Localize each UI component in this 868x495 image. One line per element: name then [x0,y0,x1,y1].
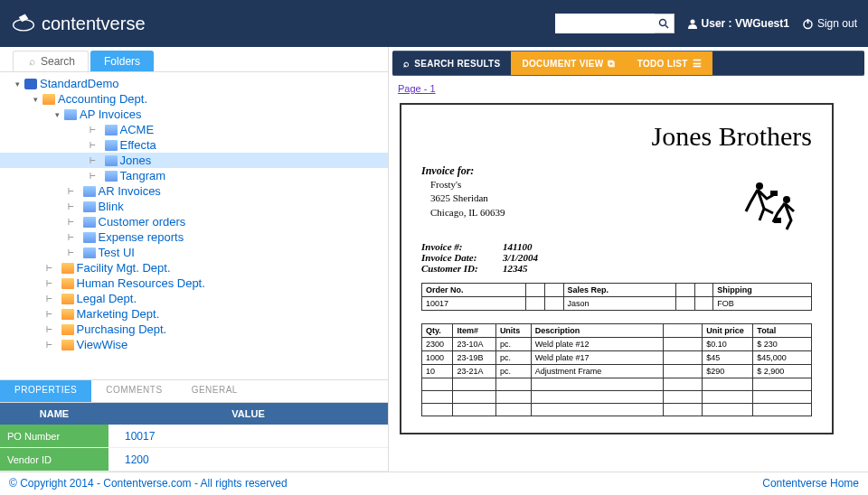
folder-icon [105,125,118,135]
tab-folders[interactable]: Folders [90,51,154,71]
tree-accounting[interactable]: ▾Accounting Dept. [0,91,388,107]
tab-todo-list[interactable]: TODO LIST☰ [627,51,712,75]
right-panel: ⌕SEARCH RESULTS DOCUMENT VIEW⧉ TODO LIST… [389,47,868,472]
folder-icon [105,171,118,182]
tab-document-view[interactable]: DOCUMENT VIEW⧉ [511,51,626,75]
tree-tangram[interactable]: ⊢ Tangram [0,168,388,183]
tree-purchasing[interactable]: ⊢ Purchasing Dept. [0,322,388,337]
app-header: contentverse User : VWGuest1 Sign out [0,0,868,47]
folder-icon [83,186,96,197]
document-page: Jones Brothers Invoice for: Frosty's 362… [400,103,834,434]
col-value: VALUE [108,408,388,419]
footer: © Copyright 2014 - Contentverse.com - Al… [0,472,868,493]
tree-effecta[interactable]: ⊢ Effecta [0,137,388,153]
col-name: NAME [0,408,108,419]
tree-viewwise[interactable]: ⊢ ViewWise [0,337,388,352]
left-tab-bar: ⌕Search Folders [0,47,388,72]
brand-logo: contentverse [11,11,146,36]
folder-icon [83,248,96,258]
home-link[interactable]: Contentverse Home [762,477,859,490]
folder-icon [42,94,55,105]
svg-line-2 [665,25,668,28]
prop-value[interactable]: 10017 [108,430,388,443]
invoice-for-label: Invoice for: [421,164,812,178]
logo-icon [11,11,36,36]
prop-name: Vendor ID [0,448,108,471]
doc-meta: Invoice #:141100 Invoice Date:3/1/2004 C… [421,241,812,274]
tree-legal[interactable]: ⊢ Legal Dept. [0,291,388,306]
tree-expense-reports[interactable]: ⊢ Expense reports [0,229,388,245]
property-row: PO Number 10017 [0,425,388,448]
document-viewer[interactable]: Jones Brothers Invoice for: Frosty's 362… [389,98,868,472]
tree-customer-orders[interactable]: ⊢ Customer orders [0,214,388,229]
folder-icon [61,278,74,289]
signout-button[interactable]: Sign out [802,17,857,30]
prop-name: PO Number [0,425,108,447]
search-button[interactable] [655,14,675,33]
svg-point-6 [756,182,763,190]
folder-icon [61,263,74,274]
svg-point-0 [14,20,34,31]
user-label: User : VWGuest1 [702,17,789,30]
tree-hr[interactable]: ⊢ Human Resources Dept. [0,276,388,291]
tab-search-label: Search [41,55,75,68]
property-row: Vendor ID 1200 [0,448,388,472]
folder-icon [83,232,96,243]
line-items-table: Qty.Item#UnitsDescriptionUnit priceTotal… [421,323,812,416]
search-icon: ⌕ [403,58,410,69]
folder-tree[interactable]: ▾StandardDemo ▾Accounting Dept. ▾AP Invo… [0,72,388,379]
tree-facility[interactable]: ⊢ Facility Mgt. Dept. [0,260,388,276]
svg-rect-7 [770,191,778,196]
tree-acme[interactable]: ⊢ ACME [0,122,388,137]
svg-point-3 [690,20,694,24]
folder-icon [61,340,74,350]
brand-text: contentverse [42,14,146,34]
property-tabs: PROPERTIES COMMENTS GENERAL [0,379,388,403]
external-link-icon: ⧉ [608,58,615,70]
tree-blink[interactable]: ⊢ Blink [0,199,388,214]
folder-icon [61,294,74,304]
global-search [555,14,675,33]
tab-comments[interactable]: COMMENTS [91,380,176,402]
prop-value[interactable]: 1200 [108,453,388,466]
tab-properties[interactable]: PROPERTIES [0,380,91,402]
folder-icon [61,324,74,335]
svg-point-1 [660,20,666,26]
list-icon: ☰ [693,58,702,70]
tree-ar-invoices[interactable]: ⊢ AR Invoices [0,183,388,199]
search-icon [658,18,669,29]
folder-icon [105,155,118,166]
user-info[interactable]: User : VWGuest1 [687,17,789,30]
properties-table: NAME VALUE PO Number 10017 Vendor ID 120… [0,403,388,472]
search-input[interactable] [555,14,655,33]
database-icon [24,79,37,89]
svg-rect-9 [774,218,781,223]
folder-icon [105,140,118,151]
running-figure-icon [741,177,805,231]
folder-icon [61,309,74,320]
signout-label: Sign out [817,17,857,30]
tab-folders-label: Folders [104,55,140,68]
tab-search[interactable]: ⌕Search [13,51,89,71]
tree-root[interactable]: ▾StandardDemo [0,76,388,91]
tab-search-results[interactable]: ⌕SEARCH RESULTS [392,51,511,75]
tree-jones[interactable]: ⊢ Jones [0,153,388,168]
user-icon [687,18,698,29]
doc-title: Jones Brothers [421,121,812,152]
power-icon [802,18,814,30]
properties-header: NAME VALUE [0,403,388,425]
left-panel: ⌕Search Folders ▾StandardDemo ▾Accountin… [0,47,389,472]
folder-icon [64,109,77,120]
folder-icon [83,201,96,212]
search-icon: ⌕ [26,56,37,67]
folder-icon [83,217,96,228]
copyright: © Copyright 2014 - Contentverse.com - Al… [9,477,288,490]
tree-ap-invoices[interactable]: ▾AP Invoices [0,107,388,122]
order-table: Order No.Sales Rep.Shipping 10017JasonFO… [421,283,812,311]
svg-point-8 [783,196,790,203]
tab-general[interactable]: GENERAL [177,380,252,402]
tree-marketing[interactable]: ⊢ Marketing Dept. [0,306,388,322]
right-tab-bar: ⌕SEARCH RESULTS DOCUMENT VIEW⧉ TODO LIST… [392,51,864,76]
page-link[interactable]: Page - 1 [389,79,868,98]
tree-test-ui[interactable]: ⊢ Test UI [0,245,388,260]
